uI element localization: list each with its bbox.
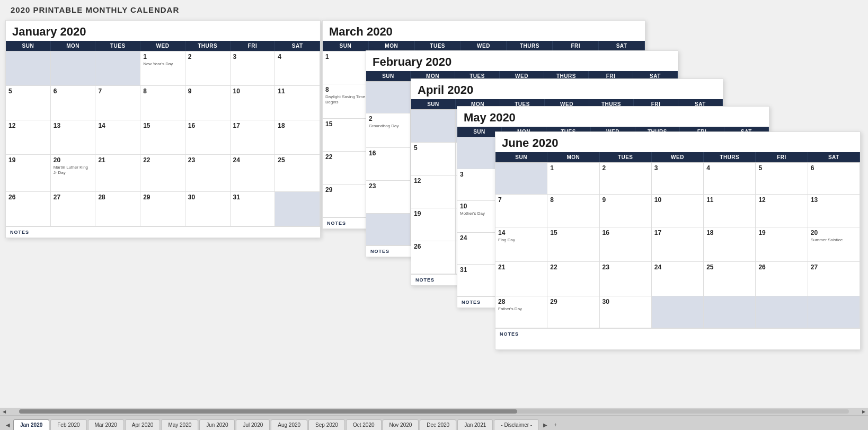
day-cell: 27 <box>808 262 860 296</box>
day-cell: 25 <box>275 155 320 192</box>
tab-nov-2020[interactable]: Nov 2020 <box>383 419 419 430</box>
day-cell: 22 <box>323 152 369 185</box>
march-header: SUN MON TUES WED THURS FRI SAT <box>323 41 645 51</box>
day-cell: 20 Martin Luther King Jr Day <box>51 155 96 192</box>
tab-feb-2020[interactable]: Feb 2020 <box>50 419 86 430</box>
day-cell: 11 <box>704 195 756 227</box>
day-cell: 24 <box>652 262 704 296</box>
tab-apr-2020[interactable]: Apr 2020 <box>125 419 161 430</box>
day-cell: 22 <box>140 155 185 192</box>
day-cell: 24 <box>231 155 276 192</box>
day-cell: 10 <box>231 86 276 120</box>
tab-jun-2020[interactable]: Jun 2020 <box>199 419 235 430</box>
february-title: February 2020 <box>366 51 678 71</box>
tab-dec-2020[interactable]: Dec 2020 <box>420 419 456 430</box>
day-cell: 13 <box>51 120 96 155</box>
day-cell: 4 <box>704 163 756 195</box>
tab-bar: ◀ Jan 2020 Feb 2020 Mar 2020 Apr 2020 Ma… <box>0 415 868 430</box>
day-cell: 30 <box>600 296 652 328</box>
scroll-right-arrow[interactable]: ▶ <box>860 408 868 415</box>
day-cell: 30 <box>185 192 231 226</box>
tab-oct-2020[interactable]: Oct 2020 <box>346 419 382 430</box>
tab-scroll-left[interactable]: ◀ <box>3 420 13 430</box>
day-cell: 23 <box>185 155 231 192</box>
day-cell: 21 <box>495 262 547 296</box>
day-cell: 23 <box>600 262 652 296</box>
day-cell: 2 <box>600 163 652 195</box>
day-cell: 16 <box>185 120 231 155</box>
header-thurs: THURS <box>185 41 231 51</box>
calendar-january: January 2020 SUN MON TUES WED THURS FRI … <box>5 20 321 238</box>
day-cell: 6 <box>51 86 96 120</box>
main-content: 2020 PRINTABLE MONTHLY CALENDAR January … <box>0 0 868 24</box>
january-title: January 2020 <box>6 21 320 41</box>
tab-mar-2020[interactable]: Mar 2020 <box>88 419 124 430</box>
scroll-thumb[interactable] <box>19 409 517 414</box>
day-cell <box>95 51 140 86</box>
tab-jul-2020[interactable]: Jul 2020 <box>236 419 270 430</box>
day-cell: 12 <box>756 195 808 227</box>
day-cell: 5 <box>411 143 456 175</box>
app-container: 2020 PRINTABLE MONTHLY CALENDAR January … <box>0 0 868 430</box>
day-cell: 31 <box>231 192 276 226</box>
tab-jan-2020[interactable]: Jan 2020 <box>13 419 49 430</box>
day-cell: 2Groundhog Day <box>366 113 411 148</box>
day-cell: 18 <box>275 120 320 155</box>
day-cell: 1 <box>323 51 369 84</box>
horizontal-scrollbar[interactable]: ◀ ▶ <box>0 408 868 415</box>
day-cell: 28 <box>95 192 140 226</box>
day-cell: 17 <box>231 120 276 155</box>
day-cell: 20 Summer Solstice <box>808 227 860 262</box>
day-cell: 19 <box>411 208 456 241</box>
tab-add[interactable]: + <box>551 420 560 430</box>
header-sun: SUN <box>6 41 51 51</box>
day-cell: 11 <box>275 86 320 120</box>
tab-jan-2021[interactable]: Jan 2021 <box>457 419 493 430</box>
day-cell <box>411 110 456 143</box>
day-cell <box>756 296 808 328</box>
day-cell: 29 <box>140 192 185 226</box>
header-wed: WED <box>140 41 185 51</box>
day-cell: 12 <box>6 120 51 155</box>
june-grid: 1 2 3 4 5 6 7 8 9 10 11 12 13 14 Flag Da… <box>495 162 860 328</box>
tab-sep-2020[interactable]: Sep 2020 <box>308 419 345 430</box>
day-cell <box>704 296 756 328</box>
day-cell: 19 <box>6 155 51 192</box>
day-cell: 15 <box>547 227 599 262</box>
day-cell: 22 <box>547 262 599 296</box>
tab-disclaimer[interactable]: - Disclaimer - <box>494 419 539 430</box>
january-header: SUN MON TUES WED THURS FRI SAT <box>6 41 320 51</box>
day-cell <box>808 296 860 328</box>
day-cell: 23 <box>366 181 411 214</box>
calendar-june: June 2020 SUN MON TUES WED THURS FRI SAT… <box>495 131 861 350</box>
march-title: March 2020 <box>323 21 645 41</box>
day-cell <box>495 163 547 195</box>
day-cell: 8 <box>140 86 185 120</box>
scroll-track[interactable] <box>19 409 849 414</box>
day-cell: 19 <box>756 227 808 262</box>
day-cell: 17 <box>652 227 704 262</box>
day-cell: 4 <box>275 51 320 86</box>
day-cell: 15 <box>323 119 369 152</box>
tab-aug-2020[interactable]: Aug 2020 <box>271 419 307 430</box>
header-fri: FRI <box>231 41 276 51</box>
scroll-left-arrow[interactable]: ◀ <box>0 408 8 415</box>
day-cell: 16 <box>366 148 411 181</box>
january-grid: 1 New Year's Day 2 3 4 5 6 7 8 9 10 11 1… <box>6 51 320 226</box>
day-cell: 1 <box>547 163 599 195</box>
day-cell: 8 <box>547 195 599 227</box>
day-cell: 1 New Year's Day <box>140 51 185 86</box>
day-cell: 21 <box>95 155 140 192</box>
day-cell <box>366 82 411 113</box>
april-title: April 2020 <box>411 79 723 99</box>
day-cell: 3 <box>652 163 704 195</box>
day-cell: 18 <box>704 227 756 262</box>
tab-scroll-right[interactable]: ▶ <box>540 420 551 430</box>
tab-may-2020[interactable]: May 2020 <box>161 419 198 430</box>
day-cell: 5 <box>756 163 808 195</box>
day-cell: 10 <box>652 195 704 227</box>
day-cell: 5 <box>6 86 51 120</box>
day-cell: 29 <box>547 296 599 328</box>
may-title: May 2020 <box>457 107 769 127</box>
june-header: SUN MON TUES WED THURS FRI SAT <box>495 152 860 162</box>
